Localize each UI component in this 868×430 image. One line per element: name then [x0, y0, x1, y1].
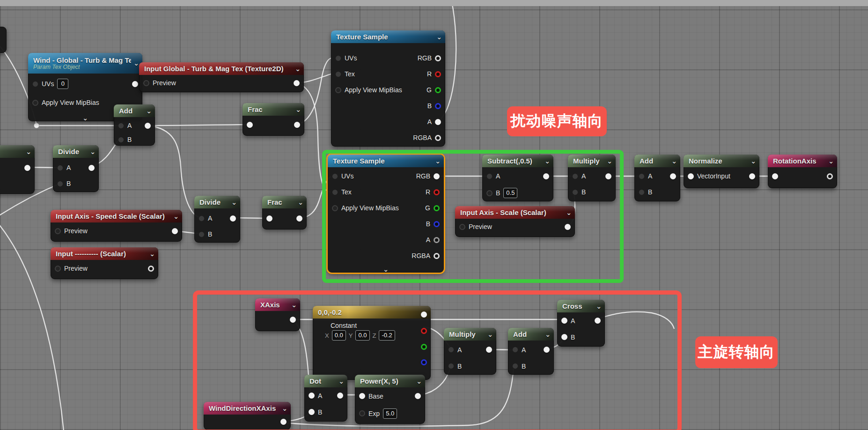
collapse-chevron-icon[interactable]: ⌄ [146, 107, 152, 115]
pin-in-B[interactable] [512, 363, 518, 369]
pin-out-green[interactable] [421, 344, 427, 350]
collapse-chevron-icon[interactable]: ⌄ [436, 33, 442, 41]
node-texture-sample-1[interactable]: Texture Sample⌄UVsRGBTexRApply View MipB… [331, 30, 445, 147]
collapse-chevron-icon[interactable]: ⌄ [295, 65, 301, 73]
collapse-chevron-icon[interactable]: ⌄ [173, 213, 179, 220]
node-divide-2[interactable]: Divide⌄AB [194, 196, 240, 243]
node-offscreen-stub[interactable] [0, 27, 7, 53]
collapse-chevron-icon[interactable]: ⌄ [435, 157, 441, 165]
pin-out-G[interactable] [435, 87, 441, 93]
node-constant-002[interactable]: 0,0,-0.2⌄ConstantX0.0Y0.0Z-0.2 [313, 306, 431, 380]
pin-out-value[interactable] [294, 122, 300, 128]
value-input-y[interactable]: 0.0 [355, 330, 369, 341]
collapse-chevron-icon[interactable]: ⌄ [545, 331, 551, 338]
collapse-chevron-icon[interactable]: ⌄ [90, 148, 96, 156]
pin-out-R[interactable] [434, 189, 440, 195]
pin-in-A[interactable] [309, 393, 315, 399]
collapse-chevron-icon[interactable]: ⌄ [295, 106, 301, 113]
collapse-chevron-icon[interactable]: ⌄ [566, 209, 572, 216]
pin-in-A[interactable] [57, 165, 63, 171]
node-wind-direction-xaxis[interactable]: WindDirectionXAxis⌄ [204, 402, 291, 430]
pin-in-A[interactable] [512, 347, 518, 353]
collapse-chevron-icon[interactable]: ⌄ [298, 199, 303, 206]
node-frac-2[interactable]: Frac⌄ [262, 196, 307, 230]
pin-out-value[interactable] [290, 317, 296, 323]
pin-in-A[interactable] [199, 215, 205, 222]
pin-out-G[interactable] [434, 205, 440, 211]
pin-out-value[interactable] [296, 215, 302, 222]
pin-in-B[interactable] [199, 231, 205, 237]
pin-in-Preview[interactable] [55, 266, 61, 272]
pin-in-A[interactable] [639, 173, 645, 179]
collapse-chevron-icon[interactable]: ⌄ [544, 157, 550, 165]
collapse-chevron-icon[interactable]: ⌄ [231, 199, 237, 206]
node-add-1[interactable]: Add⌄AB [114, 104, 155, 146]
pin-out-A[interactable] [435, 119, 441, 125]
collapse-chevron-icon[interactable]: ⌄ [750, 157, 756, 165]
pin-in-Apply View MipBias[interactable] [332, 205, 338, 211]
pin-in-A[interactable] [561, 318, 567, 324]
pin-out-R[interactable] [435, 71, 441, 77]
value-input[interactable]: 5.0 [383, 408, 397, 419]
pin-out-B[interactable] [434, 221, 440, 227]
expand-chevron-icon[interactable]: ⌄ [82, 115, 88, 121]
node-texture-sample-2[interactable]: Texture Sample⌄UVsRGBTexRApply View MipB… [328, 155, 444, 273]
pin-out-value[interactable] [486, 347, 492, 353]
pin-out-value[interactable] [605, 173, 611, 179]
pin-in-B[interactable] [486, 190, 493, 196]
node-multiply-top[interactable]: Multiply⌄AB [568, 155, 616, 201]
pin-in-value[interactable] [772, 173, 778, 179]
pin-out-RGB[interactable] [435, 55, 441, 61]
pin-in-Preview[interactable] [459, 224, 465, 230]
collapse-chevron-icon[interactable]: ⌄ [149, 250, 155, 258]
collapse-chevron-icon[interactable]: ⌄ [133, 59, 139, 67]
pin-out-value[interactable] [230, 215, 236, 222]
pin-out-value[interactable] [88, 165, 95, 171]
pin-in-B[interactable] [639, 189, 645, 195]
pin-out-value[interactable] [415, 393, 421, 399]
node-cross[interactable]: Cross⌄AB [557, 300, 605, 347]
pin-in-Tex[interactable] [332, 189, 338, 195]
pin-in-UVs[interactable] [332, 173, 338, 179]
pin-out-value[interactable] [172, 228, 178, 234]
node-input-speed-scale[interactable]: Input Axis - Speed Scale (Scalar)⌄Previe… [51, 210, 182, 242]
pin-in-Apply View MipBias[interactable] [32, 100, 38, 106]
pin-in-B[interactable] [57, 181, 63, 187]
pin-out-value[interactable] [749, 173, 755, 179]
graph-canvas[interactable]: Append⌄ABWind - Global - Turb & Mag TexP… [0, 0, 868, 430]
pin-in-value[interactable] [247, 122, 253, 128]
pin-out-value[interactable] [670, 173, 676, 179]
node-normalize[interactable]: Normalize⌄VectorInput [684, 155, 759, 188]
pin-in-A[interactable] [572, 173, 578, 179]
node-dot[interactable]: Dot⌄AB [304, 375, 347, 422]
pin-out-value[interactable] [280, 419, 287, 425]
value-input[interactable]: 0 [57, 79, 68, 89]
pin-in-VectorInput[interactable] [688, 173, 694, 179]
value-input[interactable]: 0.5 [503, 188, 517, 198]
pin-out-value[interactable] [595, 318, 601, 324]
node-rotation-axis[interactable]: RotationAxis⌄ [768, 155, 837, 188]
pin-in-value[interactable] [266, 215, 272, 222]
expand-chevron-icon[interactable]: ⌄ [383, 266, 389, 273]
pin-in-Tex[interactable] [335, 71, 341, 77]
pin-in-B[interactable] [561, 334, 567, 340]
pin-in-A[interactable] [118, 123, 124, 129]
pin-out-value[interactable] [148, 266, 154, 272]
node-input-axis-scale[interactable]: Input Axis - Scale (Scalar)⌄Preview [455, 206, 575, 237]
pin-out-value[interactable] [294, 80, 300, 86]
pin-out-B[interactable] [435, 103, 441, 109]
node-subtract[interactable]: Subtract(,0.5)⌄AB0.5 [482, 155, 553, 201]
collapse-chevron-icon[interactable]: ⌄ [338, 378, 344, 385]
pin-out-blue[interactable] [421, 359, 427, 365]
node-power[interactable]: Power(X, 5)⌄BaseExp5.0 [355, 375, 425, 424]
pin-in-Preview[interactable] [143, 80, 149, 86]
collapse-chevron-icon[interactable]: ⌄ [828, 157, 834, 165]
pin-in-B[interactable] [309, 409, 315, 415]
collapse-chevron-icon[interactable]: ⌄ [291, 301, 297, 309]
pin-out-value[interactable] [145, 123, 151, 129]
pin-out-value[interactable] [565, 224, 571, 230]
pin-in-UVs[interactable] [32, 81, 38, 87]
collapse-chevron-icon[interactable]: ⌄ [282, 405, 287, 412]
collapse-chevron-icon[interactable]: ⌄ [596, 303, 602, 310]
value-input-x[interactable]: 0.0 [332, 330, 346, 341]
